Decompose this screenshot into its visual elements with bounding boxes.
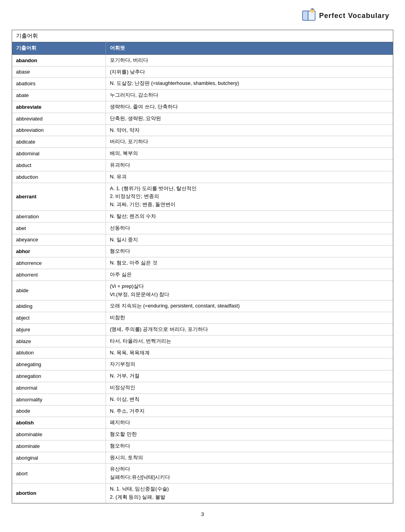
vocab-meaning: 유산하다실패하다;유산[낙태]시키다: [106, 464, 393, 483]
table-row: abase(지위를) 낮추다: [12, 66, 393, 78]
vocab-word: abet: [12, 223, 106, 234]
vocab-meaning: N. 거부, 거절: [106, 370, 393, 382]
vocab-meaning: (지위를) 낮추다: [106, 66, 393, 78]
vocab-word: abject: [12, 312, 106, 324]
vocab-word: abbreviate: [12, 101, 106, 113]
vocab-meaning: N. 1. 낙태, 임신중절(수술)2. (계획 등의) 실패, 불발: [106, 483, 393, 503]
vocab-meaning: 누그러지다, 감소하다: [106, 90, 393, 101]
vocab-meaning: N. 혐오, 아주 싫은 것: [106, 257, 393, 269]
svg-point-5: [312, 10, 312, 10]
vocab-meaning: 선동하다: [106, 223, 393, 234]
vocab-meaning: (Vi + prep)살다Vt.(부정, 의문문에서) 참다: [106, 281, 393, 300]
table-row: abbreviate생략하다, 줄여 쓰다, 단축하다: [12, 101, 393, 113]
vocab-word: abhorrence: [12, 257, 106, 269]
vocab-word: abdicate: [12, 136, 106, 147]
column-header-row: 기출어휘 어휘뜻: [12, 42, 393, 55]
vocab-meaning: 자기부정의: [106, 359, 393, 370]
vocab-meaning: 유괴하다: [106, 160, 393, 171]
table-row: abate누그러지다, 감소하다: [12, 90, 393, 101]
table-row: abattoirsN. 도살장; 난장판 (=slaughterhouse, s…: [12, 78, 393, 90]
section-title: 기출어휘: [12, 30, 393, 42]
table-row: abnegationN. 거부, 거절: [12, 370, 393, 382]
vocab-meaning: 단축된, 생략된, 요약된: [106, 113, 393, 124]
vocab-word: abominate: [12, 440, 106, 452]
vocab-word: abiding: [12, 300, 106, 312]
vocab-meaning: N. 주소, 거주지: [106, 406, 393, 417]
vocab-word: abase: [12, 66, 106, 78]
vocab-word: ablution: [12, 347, 106, 359]
table-row: abhor혐오하다: [12, 246, 393, 257]
vocab-word: abnegating: [12, 359, 106, 370]
vocab-word: abhorrent: [12, 269, 106, 280]
svg-point-10: [314, 10, 315, 11]
vocab-word: abeyance: [12, 234, 106, 246]
table-row: abet선동하다: [12, 223, 393, 234]
logo-text: Perfect Vocabulary: [319, 12, 389, 20]
vocab-word: abate: [12, 90, 106, 101]
vocab-meaning: 비참한: [106, 312, 393, 324]
table-row: ablutionN. 목욕, 목욕재계: [12, 347, 393, 359]
vocab-meaning: (맹세, 주의를) 공개적으로 버리다, 포기하다: [106, 324, 393, 335]
col-header-meaning: 어휘뜻: [106, 42, 393, 54]
vocab-word: abnegation: [12, 370, 106, 382]
vocab-meaning: 폐지하다: [106, 417, 393, 428]
vocab-meaning: 혐오하다: [106, 246, 393, 257]
table-row: abide(Vi + prep)살다Vt.(부정, 의문문에서) 참다: [12, 281, 393, 301]
table-row: abdicate버리다, 포기하다: [12, 136, 393, 148]
table-row: aberrationN. 탈선; 렌즈의 수차: [12, 211, 393, 223]
vocab-rows-container: abandon포기하다, 버리다abase(지위를) 낮추다abattoirsN…: [12, 55, 393, 503]
vocab-meaning: N. 유괴: [106, 171, 393, 183]
table-row: abhorrenceN. 혐오, 아주 싫은 것: [12, 257, 393, 269]
vocab-meaning: 혐오하다: [106, 440, 393, 452]
vocab-meaning: 비정상적인: [106, 382, 393, 394]
page-header: Perfect Vocabulary: [12, 8, 393, 23]
table-row: aboriginal원시의, 토착의: [12, 452, 393, 464]
table-row: aberrantA. 1. (행위가) 도리를 벗어난, 탈선적인2. 비정상적…: [12, 183, 393, 211]
vocab-word: abnormality: [12, 394, 106, 405]
vocab-meaning: N. 약어, 약자: [106, 125, 393, 136]
vocab-word: abduct: [12, 160, 106, 171]
vocab-meaning: 원시의, 토착의: [106, 452, 393, 464]
table-row: abiding오래 지속되는 (=enduring, persistent, c…: [12, 300, 393, 312]
svg-point-6: [313, 10, 313, 10]
table-row: abductionN. 유괴: [12, 171, 393, 183]
vocab-word: abhor: [12, 246, 106, 257]
table-row: abhorrent아주 싫은: [12, 269, 393, 281]
table-row: abbreviated단축된, 생략된, 요약된: [12, 113, 393, 125]
vocab-word: aberration: [12, 211, 106, 222]
logo-area: Perfect Vocabulary: [301, 8, 389, 23]
table-row: abdominal배의, 복부의: [12, 148, 393, 160]
table-row: abnegating자기부정의: [12, 359, 393, 370]
vocab-word: abort: [12, 464, 106, 483]
table-row: abandon포기하다, 버리다: [12, 55, 393, 66]
table-row: abominate혐오하다: [12, 440, 393, 452]
vocab-meaning: 배의, 복부의: [106, 148, 393, 159]
table-row: ablaze타서, 타올라서, 번쩍거리는: [12, 336, 393, 347]
vocab-word: abjure: [12, 324, 106, 335]
vocab-word: abortion: [12, 483, 106, 503]
vocab-meaning: 타서, 타올라서, 번쩍거리는: [106, 336, 393, 347]
svg-rect-1: [303, 11, 308, 20]
table-row: abort유산하다실패하다;유산[낙태]시키다: [12, 464, 393, 483]
vocab-word: abbreviated: [12, 113, 106, 124]
vocab-meaning: 생략하다, 줄여 쓰다, 단축하다: [106, 101, 393, 113]
svg-rect-8: [312, 9, 313, 9]
page-number: 3: [12, 511, 393, 517]
vocab-word: ablaze: [12, 336, 106, 347]
vocab-meaning: N. 도살장; 난장판 (=slaughterhouse, shambles, …: [106, 78, 393, 89]
table-row: abominable혐오할 만한: [12, 429, 393, 440]
table-row: abjure(맹세, 주의를) 공개적으로 버리다, 포기하다: [12, 324, 393, 336]
vocab-word: abdominal: [12, 148, 106, 159]
vocabulary-table: 기출어휘 기출어휘 어휘뜻 abandon포기하다, 버리다abase(지위를)…: [12, 30, 393, 503]
vocab-meaning: N. 일시 중지: [106, 234, 393, 246]
vocab-word: abominable: [12, 429, 106, 440]
vocab-word: abandon: [12, 55, 106, 66]
vocab-word: abbreviation: [12, 125, 106, 136]
vocab-word: abolish: [12, 417, 106, 428]
vocab-meaning: 포기하다, 버리다: [106, 55, 393, 66]
vocab-meaning: N. 이상, 변칙: [106, 394, 393, 405]
vocab-meaning: N. 목욕, 목욕재계: [106, 347, 393, 359]
table-row: abolish폐지하다: [12, 417, 393, 429]
vocab-meaning: A. 1. (행위가) 도리를 벗어난, 탈선적인2. 비정상적인; 변종의N.…: [106, 183, 393, 210]
col-header-word: 기출어휘: [12, 42, 106, 54]
